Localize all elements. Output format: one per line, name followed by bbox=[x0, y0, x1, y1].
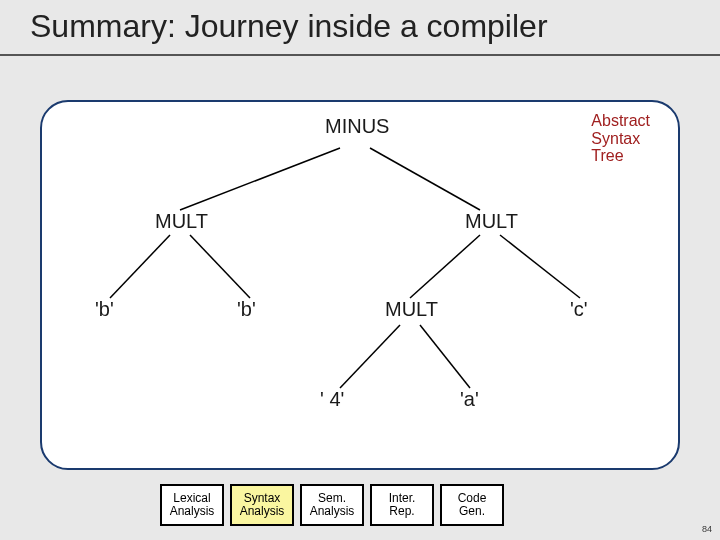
stage-syntax: Syntax Analysis bbox=[230, 484, 294, 526]
caption-line: Tree bbox=[591, 147, 623, 164]
caption-line: Abstract bbox=[591, 112, 650, 129]
stage-lexical: Lexical Analysis bbox=[160, 484, 224, 526]
stage-label: Analysis bbox=[310, 505, 355, 518]
leaf-a: 'a' bbox=[460, 388, 479, 411]
stage-codegen: Code Gen. bbox=[440, 484, 504, 526]
caption-line: Syntax bbox=[591, 130, 640, 147]
node-left-mult: MULT bbox=[155, 210, 208, 233]
stage-ir: Inter. Rep. bbox=[370, 484, 434, 526]
page-title: Summary: Journey inside a compiler bbox=[30, 8, 548, 45]
stage-label: Analysis bbox=[170, 505, 215, 518]
leaf-c: 'c' bbox=[570, 298, 588, 321]
stage-semantic: Sem. Analysis bbox=[300, 484, 364, 526]
stage-label: Analysis bbox=[240, 505, 285, 518]
page-number: 84 bbox=[702, 524, 712, 534]
leaf-4: ' 4' bbox=[320, 388, 344, 411]
stage-label: Gen. bbox=[459, 505, 485, 518]
ast-caption: Abstract Syntax Tree bbox=[591, 112, 650, 165]
ast-panel bbox=[40, 100, 680, 470]
leaf-b2: 'b' bbox=[237, 298, 256, 321]
stage-label: Rep. bbox=[389, 505, 414, 518]
compiler-stages: Lexical Analysis Syntax Analysis Sem. An… bbox=[160, 484, 504, 526]
title-underline bbox=[0, 54, 720, 56]
leaf-b1: 'b' bbox=[95, 298, 114, 321]
node-inner-mult: MULT bbox=[385, 298, 438, 321]
node-root: MINUS bbox=[325, 115, 389, 138]
node-right-mult: MULT bbox=[465, 210, 518, 233]
